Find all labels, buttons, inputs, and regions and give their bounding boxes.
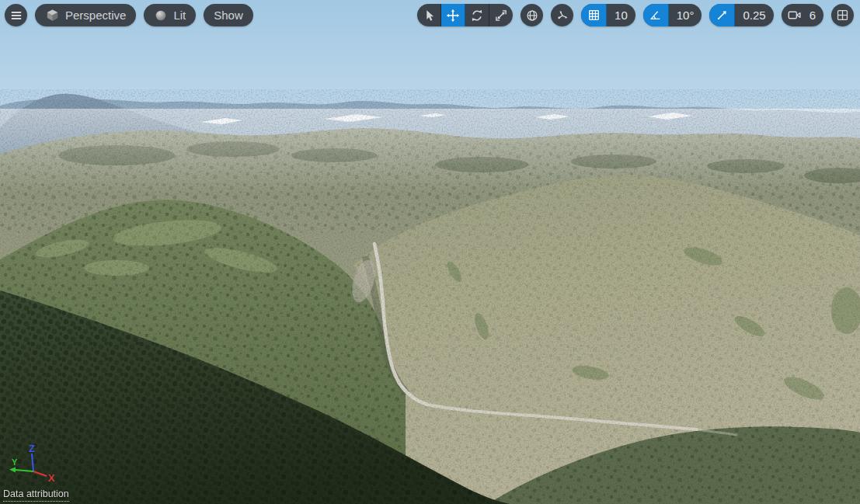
cube-icon: [45, 8, 60, 23]
camera-speed-value[interactable]: 6: [808, 4, 823, 26]
move-tool-button[interactable]: [441, 4, 465, 26]
rotation-snap-value[interactable]: 10°: [669, 4, 702, 26]
select-tool-button[interactable]: [417, 4, 441, 26]
rotation-snap-toggle-button[interactable]: [643, 4, 669, 26]
grid-icon: [587, 9, 601, 22]
y-axis: Y: [9, 457, 33, 472]
y-axis-label: Y: [12, 457, 18, 467]
angle-icon: [649, 9, 662, 22]
viewport-3d-scene[interactable]: [0, 0, 860, 504]
lit-button-label: Lit: [173, 9, 186, 22]
surface-snapping-button[interactable]: [551, 4, 573, 26]
quad-panes-icon: [836, 9, 849, 22]
rotate-arrows-icon: [470, 9, 484, 23]
camera-speed-control[interactable]: 6: [782, 4, 823, 26]
cursor-arrow-icon: [422, 9, 436, 23]
scale-snap-toggle-button[interactable]: [709, 4, 735, 26]
grid-snap-control: 10: [581, 4, 635, 26]
x-axis: X: [33, 471, 55, 484]
scale-brackets-icon: [494, 9, 508, 23]
camera-speed-icon-area: [782, 4, 808, 26]
x-axis-label: X: [48, 472, 55, 484]
rotate-tool-button[interactable]: [465, 4, 489, 26]
globe-icon: [525, 9, 539, 23]
world-space-toggle-button[interactable]: [521, 4, 543, 26]
show-flags-button[interactable]: Show: [204, 4, 253, 26]
transform-tools-group: [417, 4, 513, 26]
move-cross-icon: [446, 9, 460, 23]
viewport-options-menu-button[interactable]: [5, 4, 27, 26]
viewport-toolbar-left: Perspective Lit Show: [5, 4, 253, 26]
camera-icon: [787, 8, 802, 23]
z-axis: Z: [29, 444, 35, 471]
rotation-snap-control: 10°: [643, 4, 702, 26]
hamburger-menu-icon: [10, 9, 23, 22]
scale-snap-value[interactable]: 0.25: [735, 4, 773, 26]
maximize-viewport-button[interactable]: [831, 4, 854, 26]
surface-snap-icon: [555, 9, 569, 23]
axes-gizmo: Z Y X: [6, 444, 78, 492]
grid-snap-value[interactable]: 10: [607, 4, 635, 26]
scale-snap-control: 0.25: [709, 4, 773, 26]
z-axis-label: Z: [29, 444, 35, 454]
sphere-icon: [154, 9, 168, 23]
terrain-grain: [0, 89, 860, 504]
grid-snap-toggle-button[interactable]: [581, 4, 607, 26]
lit-viewmode-button[interactable]: Lit: [144, 4, 196, 26]
diagonal-arrow-icon: [716, 9, 729, 22]
scale-tool-button[interactable]: [489, 4, 513, 26]
perspective-button-label: Perspective: [65, 9, 126, 22]
show-button-label: Show: [214, 9, 243, 22]
data-attribution-link[interactable]: Data attribution: [3, 489, 69, 502]
viewport-toolbar-right: 10 10° 0.25: [417, 4, 854, 26]
perspective-button[interactable]: Perspective: [35, 4, 136, 26]
